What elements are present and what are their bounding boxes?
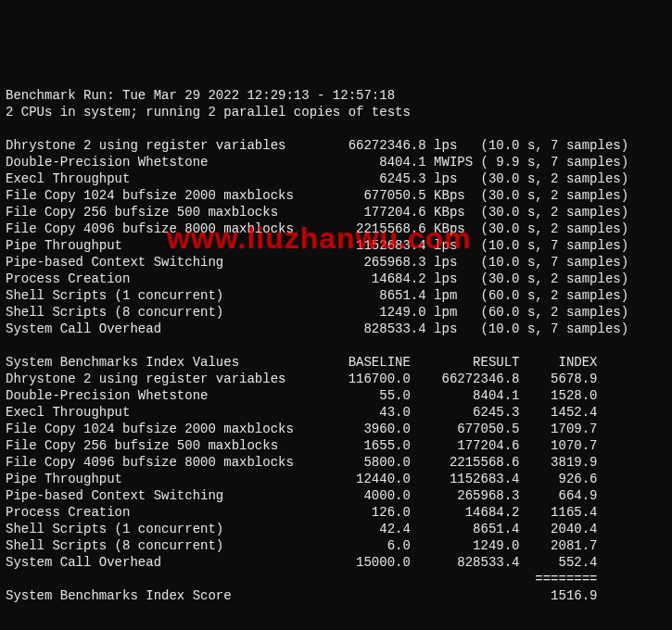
raw-results-block: Dhrystone 2 using register variables 662… (6, 138, 628, 336)
score-block: ======== System Benchmarks Index Score 1… (6, 572, 598, 603)
cpu-info-line: 2 CPUs in system; running 2 parallel cop… (6, 105, 411, 120)
terminal-output: Benchmark Run: Tue Mar 29 2022 12:29:13 … (0, 83, 672, 630)
benchmark-run-line: Benchmark Run: Tue Mar 29 2022 12:29:13 … (6, 88, 395, 103)
index-results-block: System Benchmarks Index Values BASELINE … (6, 355, 598, 570)
